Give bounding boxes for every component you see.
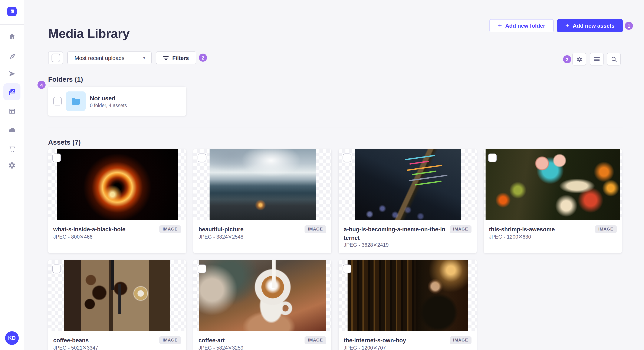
annotation-badge-2: 2 bbox=[199, 54, 207, 62]
asset-type-badge: IMAGE bbox=[595, 225, 617, 233]
home-icon bbox=[8, 32, 16, 40]
feather-icon bbox=[8, 53, 16, 60]
sidebar-item-home[interactable] bbox=[4, 28, 20, 45]
assets-grid: what-s-inside-a-black-hole IMAGE JPEG - … bbox=[48, 149, 623, 350]
add-new-folder-label: Add new folder bbox=[505, 22, 545, 29]
layout-icon bbox=[8, 107, 16, 115]
add-new-folder-button[interactable]: + Add new folder bbox=[490, 19, 554, 32]
asset-card[interactable]: the-internet-s-own-boy IMAGE JPEG - 1200… bbox=[338, 260, 476, 350]
cart-icon bbox=[8, 145, 16, 152]
asset-type-badge: IMAGE bbox=[450, 336, 472, 344]
asset-preview bbox=[48, 149, 186, 220]
folder-meta: 0 folder, 4 assets bbox=[90, 103, 127, 108]
asset-checkbox[interactable] bbox=[343, 265, 352, 273]
cloud-icon bbox=[8, 126, 16, 134]
asset-type-badge: IMAGE bbox=[304, 225, 326, 233]
sidebar-item-settings[interactable] bbox=[4, 157, 20, 174]
add-new-assets-button[interactable]: + Add new assets bbox=[557, 19, 623, 32]
user-avatar[interactable]: KD bbox=[5, 331, 19, 345]
asset-name: a-bug-is-becoming-a-meme-on-the-internet bbox=[344, 225, 446, 242]
folder-card[interactable]: Not used 0 folder, 4 assets bbox=[48, 87, 186, 116]
asset-checkbox[interactable] bbox=[198, 265, 206, 273]
asset-checkbox[interactable] bbox=[488, 154, 497, 162]
plus-icon: + bbox=[498, 22, 502, 29]
asset-preview bbox=[48, 260, 186, 331]
asset-type-badge: IMAGE bbox=[304, 336, 326, 344]
asset-card[interactable]: beautiful-picture IMAGE JPEG - 3824✕2548 bbox=[193, 149, 331, 253]
asset-name: coffee-art bbox=[198, 336, 301, 345]
laptop-code-image bbox=[354, 149, 461, 220]
asset-name: what-s-inside-a-black-hole bbox=[53, 225, 156, 234]
annotation-badge-4: 4 bbox=[38, 81, 46, 89]
asset-checkbox[interactable] bbox=[343, 154, 352, 162]
coffee-beans-image bbox=[64, 260, 170, 331]
list-icon bbox=[594, 57, 600, 62]
asset-card[interactable]: coffee-beans IMAGE JPEG - 5021✕3347 bbox=[48, 260, 186, 350]
folders-heading: Folders (1) bbox=[48, 76, 83, 83]
asset-meta: JPEG - 1200✕707 bbox=[344, 345, 386, 350]
search-icon bbox=[610, 56, 617, 62]
sidebar-item-media-library[interactable] bbox=[4, 83, 20, 100]
sidebar-item-marketplace[interactable] bbox=[4, 140, 20, 157]
asset-preview bbox=[338, 260, 476, 331]
asset-checkbox[interactable] bbox=[52, 265, 61, 273]
asset-card[interactable]: what-s-inside-a-black-hole IMAGE JPEG - … bbox=[48, 149, 186, 253]
asset-checkbox[interactable] bbox=[198, 154, 206, 162]
sidebar-item-cloud[interactable] bbox=[4, 121, 20, 138]
select-all-checkbox-button[interactable] bbox=[48, 51, 63, 64]
strapi-logo-icon[interactable] bbox=[7, 7, 16, 16]
annotation-badge-1: 1 bbox=[625, 22, 633, 30]
page-title: Media Library bbox=[48, 26, 130, 41]
add-new-assets-label: Add new assets bbox=[573, 22, 614, 29]
sort-dropdown-value: Most recent uploads bbox=[74, 55, 124, 61]
main-content: Media Library + Add new folder + Add new… bbox=[24, 0, 644, 350]
sidebar-item-releases[interactable] bbox=[4, 65, 20, 82]
folder-checkbox[interactable] bbox=[53, 97, 62, 105]
mantis-shrimp-image bbox=[486, 149, 620, 220]
view-settings-button[interactable] bbox=[572, 53, 586, 65]
asset-meta: JPEG - 5021✕3347 bbox=[53, 345, 98, 350]
asset-meta: JPEG - 5824✕3259 bbox=[198, 345, 244, 350]
asset-meta: JPEG - 800✕466 bbox=[53, 234, 92, 240]
asset-name: beautiful-picture bbox=[198, 225, 301, 234]
filter-icon bbox=[163, 55, 169, 60]
asset-name: the-internet-s-own-boy bbox=[344, 336, 446, 345]
select-all-checkbox[interactable] bbox=[51, 54, 60, 62]
sidebar-item-content[interactable] bbox=[4, 48, 20, 65]
paper-plane-icon bbox=[8, 70, 16, 77]
folder-tile bbox=[66, 91, 86, 111]
chevron-down-icon: ▼ bbox=[142, 56, 146, 60]
sidebar-item-content-manager[interactable] bbox=[4, 103, 20, 120]
asset-meta: JPEG - 3824✕2548 bbox=[198, 234, 244, 240]
folder-name: Not used bbox=[90, 95, 127, 101]
plus-icon: + bbox=[565, 22, 569, 29]
asset-preview bbox=[193, 260, 331, 331]
filters-button[interactable]: Filters bbox=[156, 51, 196, 64]
asset-name: coffee-beans bbox=[53, 336, 156, 345]
asset-card[interactable]: coffee-art IMAGE JPEG - 5824✕3259 bbox=[193, 260, 331, 350]
asset-checkbox[interactable] bbox=[52, 154, 61, 162]
filters-label: Filters bbox=[172, 55, 189, 61]
asset-type-badge: IMAGE bbox=[450, 225, 472, 233]
asset-meta: JPEG - 3628✕2419 bbox=[344, 242, 389, 248]
asset-type-badge: IMAGE bbox=[159, 336, 181, 344]
annotation-badge-3: 3 bbox=[563, 55, 571, 63]
asset-card[interactable]: this-shrimp-is-awesome IMAGE JPEG - 1200… bbox=[484, 149, 622, 253]
sort-dropdown[interactable]: Most recent uploads ▼ bbox=[67, 51, 152, 64]
gear-icon bbox=[8, 162, 16, 169]
asset-card[interactable]: a-bug-is-becoming-a-meme-on-the-internet… bbox=[338, 149, 476, 253]
mountain-landscape-image bbox=[209, 149, 316, 220]
latte-art-image bbox=[199, 260, 326, 331]
gear-icon bbox=[576, 56, 582, 62]
search-button[interactable] bbox=[607, 53, 620, 65]
asset-preview bbox=[484, 149, 622, 220]
list-view-button[interactable] bbox=[590, 53, 604, 65]
section-divider bbox=[48, 128, 623, 128]
black-hole-image bbox=[56, 149, 178, 220]
media-library-icon bbox=[8, 88, 16, 96]
assets-heading: Assets (7) bbox=[48, 139, 81, 146]
folder-icon bbox=[71, 96, 81, 106]
sidebar: KD bbox=[0, 0, 24, 350]
asset-name: this-shrimp-is-awesome bbox=[489, 225, 592, 234]
asset-preview bbox=[338, 149, 476, 220]
